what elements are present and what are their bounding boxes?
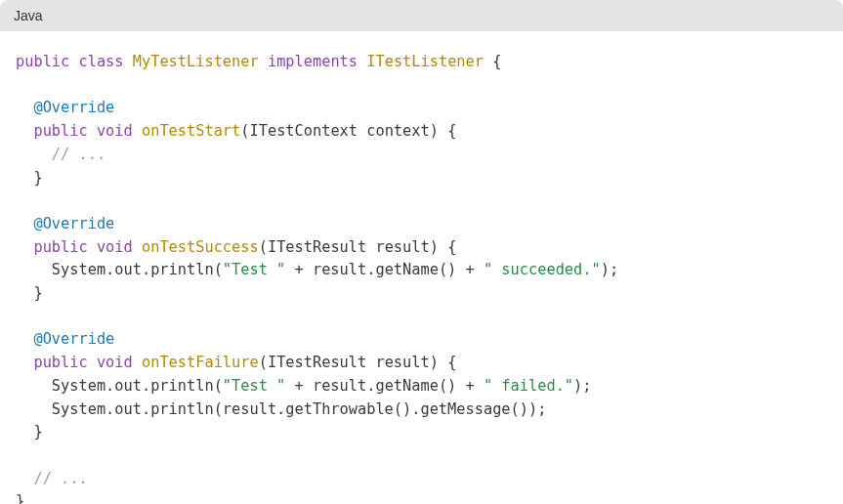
kw-void: void [97, 122, 133, 140]
kw-class: class [78, 53, 123, 70]
brace: } [33, 169, 42, 187]
sysout: System.out.println [52, 377, 214, 395]
param-name: result [375, 238, 429, 256]
kw-public: public [33, 122, 87, 140]
semi: ; [610, 261, 618, 278]
kw-public: public [16, 53, 69, 70]
string-test: "Test " [223, 377, 285, 395]
kw-public: public [33, 238, 87, 256]
brace: } [16, 492, 24, 504]
paren: ( [214, 261, 223, 278]
paren: ( [240, 122, 249, 140]
kw-implements: implements [268, 53, 358, 70]
param-type: ITestResult [268, 238, 366, 256]
comment-ellipsis: // ... [52, 146, 105, 163]
sysout: System.out.println [52, 261, 214, 278]
paren: ) [430, 354, 439, 371]
code-block: Java public class MyTestListener impleme… [0, 0, 843, 504]
method-onTestSuccess: onTestSuccess [142, 238, 259, 256]
paren: ) [430, 238, 439, 256]
annotation-override: @Override [33, 99, 114, 116]
interface-name: ITestListener [366, 53, 484, 70]
string-succeeded: " succeeded." [484, 261, 601, 278]
param-type: ITestResult [268, 354, 366, 371]
param-type: ITestContext [250, 122, 358, 140]
kw-void: void [97, 238, 133, 256]
plus: + [456, 261, 484, 278]
semi: ; [537, 400, 546, 418]
paren: ) [573, 377, 582, 395]
method-onTestStart: onTestStart [142, 122, 240, 140]
sysout: System.out.println [52, 400, 214, 418]
annotation-override: @Override [33, 330, 114, 348]
kw-void: void [97, 354, 133, 371]
code-area: public class MyTestListener implements I… [0, 31, 843, 504]
comment-ellipsis: // ... [33, 470, 87, 487]
kw-public: public [33, 354, 87, 371]
brace: } [33, 284, 42, 302]
brace: { [447, 238, 456, 256]
paren: ( [214, 377, 223, 395]
string-failed: " failed." [484, 377, 573, 395]
semi: ; [582, 377, 591, 395]
paren: ) [601, 261, 610, 278]
string-test: "Test " [223, 261, 285, 278]
class-name: MyTestListener [133, 53, 259, 70]
code-header: Java [0, 0, 843, 31]
annotation-override: @Override [33, 215, 114, 232]
expr-throwable: result.getThrowable().getMessage() [223, 400, 528, 418]
plus: + [285, 377, 313, 395]
plus: + [456, 377, 484, 395]
expr-getname: result.getName() [313, 377, 456, 395]
language-label: Java [14, 8, 43, 23]
paren: ( [259, 238, 268, 256]
paren: ) [430, 122, 439, 140]
expr-getname: result.getName() [313, 261, 456, 278]
plus: + [285, 261, 313, 278]
brace: { [492, 53, 501, 70]
paren: ) [528, 400, 537, 418]
brace: { [447, 354, 456, 371]
paren: ( [214, 400, 223, 418]
param-name: context [366, 122, 429, 140]
param-name: result [375, 354, 429, 371]
paren: ( [259, 354, 268, 371]
brace: { [447, 122, 456, 140]
brace: } [33, 423, 42, 441]
method-onTestFailure: onTestFailure [142, 354, 259, 371]
